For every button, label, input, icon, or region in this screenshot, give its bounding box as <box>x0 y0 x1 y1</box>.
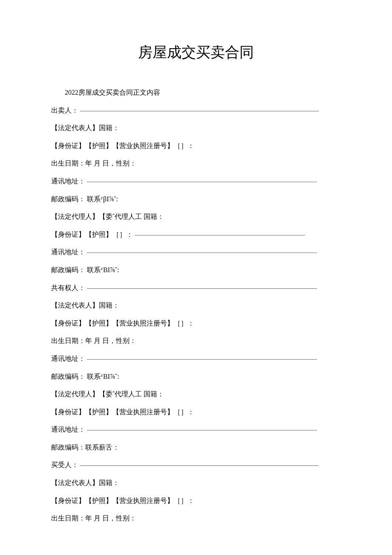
seller-line: 出卖人： <box>51 102 341 119</box>
buyer-blank <box>80 465 319 466</box>
id-passport-blank-1 <box>135 235 305 235</box>
document-title: 房屋成交买卖合同 <box>51 43 341 62</box>
postal-contact-2: 邮政编码： 联系ᶻBI⅞ˆ: <box>51 261 341 279</box>
legal-agent-nationality-1: 【法定代理人】【委ˆ代理人工 国籍： <box>51 208 341 226</box>
birth-gender-2: 出生日期：年 月 日，性别： <box>51 332 341 350</box>
postal-contact-1: 邮政编码： 联系ᶻβI⅞ˆ: <box>51 190 341 208</box>
buyer-label: 买受人： <box>51 461 78 468</box>
address-line-4: 通讯地址： <box>51 421 341 439</box>
buyer-line: 买受人： <box>51 456 341 474</box>
address-line-3: 通讯地址： <box>51 350 341 368</box>
coowner-label: 共有权人： <box>51 284 85 291</box>
legal-rep-nationality-3: 【法定代表人】国籍： <box>51 474 341 492</box>
postal-contact-3: 邮政编码： 联系ᶻBI⅞ˆ: <box>51 368 341 386</box>
address-line-1: 通讯地址： <box>51 172 341 190</box>
seller-blank <box>80 111 319 111</box>
id-passport-reg-3: 【身份证】【护照】【营业执照注册号】［］： <box>51 403 341 421</box>
address-label-2: 通讯地址： <box>51 248 85 256</box>
seller-label: 出卖人： <box>51 107 78 114</box>
id-passport-label-1: 【身份证】【护照】［］： <box>51 231 133 238</box>
id-passport-reg-4: 【身份证】【护照】【营业执照注册号】［］： <box>51 492 341 510</box>
legal-agent-nationality-2: 【法定代理人】【委ˆ代理人工 国籍： <box>51 385 341 403</box>
id-passport-reg-1: 【身份证】【护照】【营业执照注册号】［］： <box>51 137 341 155</box>
postal-contact-4: 邮政编码：联系薪舌： <box>51 439 341 456</box>
subtitle-line: 2022房屋成交买卖合同正文内容 <box>51 84 341 102</box>
id-passport-line-1: 【身份证】【护照】［］： <box>51 226 341 244</box>
birth-gender-1: 出生日期：年 月 日，性别： <box>51 154 341 172</box>
coowner-blank <box>87 288 317 289</box>
coowner-line: 共有权人： <box>51 279 341 297</box>
address-blank-1 <box>87 182 317 182</box>
address-line-2: 通讯地址： <box>51 243 341 261</box>
legal-rep-nationality-2: 【法定代表人】国籍： <box>51 296 341 314</box>
legal-rep-nationality-1: 【法定代表人】国籍： <box>51 119 341 137</box>
address-label-1: 通讯地址： <box>51 177 85 185</box>
address-label-3: 通讯地址： <box>51 355 85 362</box>
address-blank-4 <box>87 430 317 430</box>
address-blank-2 <box>87 253 317 253</box>
address-label-4: 通讯地址： <box>51 426 85 433</box>
address-blank-3 <box>87 359 317 360</box>
birth-gender-3: 出生日期：年 月 日，性别： <box>51 509 341 527</box>
id-passport-reg-2: 【身份证】【护照】【营业执照注册号】［］： <box>51 314 341 332</box>
